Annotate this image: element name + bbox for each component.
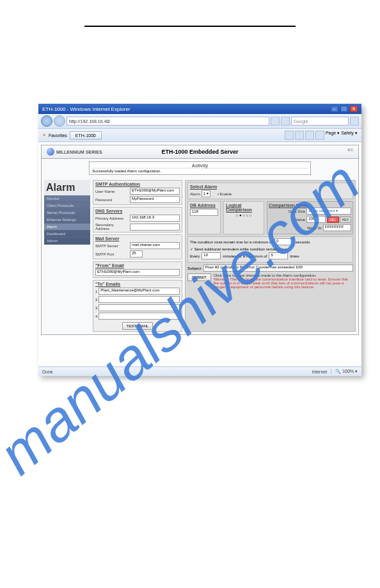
- search-go-icon[interactable]: [350, 117, 359, 126]
- back-button[interactable]: [41, 115, 52, 127]
- browser-tab[interactable]: ETH-1000: [70, 131, 102, 140]
- smtp-port-input[interactable]: 25: [130, 250, 143, 257]
- test-email-button[interactable]: TEST EMAIL: [122, 322, 154, 330]
- smtp-port-label: SMTP Port: [95, 252, 129, 256]
- reminders-checkbox[interactable]: ✓ Send additional reminders while condit…: [190, 247, 287, 251]
- window-title: ETH-1000 - Windows Internet Explorer: [42, 106, 130, 112]
- top-rule: [84, 26, 296, 27]
- address-bar[interactable]: http://192.168.16.40/: [67, 117, 269, 126]
- smtp-server-label: SMTP Server: [95, 244, 129, 248]
- screenshot-window: ETH-1000 - Windows Internet Explorer – □…: [38, 104, 361, 376]
- forward-button[interactable]: [54, 115, 65, 127]
- brand-logo: MILLENNIUM SERIES: [47, 148, 102, 156]
- hex-button[interactable]: HEX: [340, 216, 351, 223]
- sidebar-wrap: Alarm Monitor Client Protocols Server Pr…: [44, 180, 90, 332]
- page-menu[interactable]: Page ▾: [326, 131, 340, 140]
- primary-input[interactable]: 192.168.16.3: [130, 215, 180, 222]
- mask-input[interactable]: FFFFFFFF: [323, 224, 351, 231]
- every-input[interactable]: 10: [202, 252, 221, 259]
- globe-icon: [47, 148, 54, 156]
- nav-toolbar: http://192.168.16.40/ Google: [38, 114, 361, 129]
- mail-group: Mail Server SMTP Servermail.charter.com …: [93, 234, 182, 259]
- select-alarm-title: Select Alarm: [190, 184, 217, 189]
- from-input[interactable]: ETH1000@MyPlant.com: [95, 269, 180, 276]
- logic-radios[interactable]: ○ ● ○ ○ ○: [226, 213, 262, 217]
- condition-box: The condition must remain true for a min…: [187, 236, 353, 263]
- activity-box: Activity Successfully loaded Alarm confi…: [89, 161, 311, 175]
- sidebar-item-client[interactable]: Client Protocols: [44, 202, 90, 209]
- sidebar-title: Alarm: [44, 180, 90, 195]
- subject-label: Subject: [187, 266, 202, 270]
- status-zoom[interactable]: 🔍 100% ▾: [331, 369, 358, 374]
- sidebar-item-admin[interactable]: Admin: [44, 238, 90, 245]
- db-input[interactable]: 118: [190, 209, 218, 216]
- to-input-1[interactable]: Plant_Maintenance@MyPlant.com: [99, 288, 180, 295]
- status-done: Done: [42, 370, 53, 374]
- smtp-server-input[interactable]: mail.charter.com: [130, 242, 180, 249]
- cond-seconds-input[interactable]: 0: [274, 238, 294, 245]
- window-titlebar: ETH-1000 - Windows Internet Explorer – □…: [38, 104, 361, 114]
- safety-menu[interactable]: Safety ▾: [341, 131, 358, 140]
- submit-button[interactable]: SUBMIT: [187, 274, 211, 281]
- dns-title: DNS Servers: [95, 209, 180, 213]
- from-group: "From" Email ETH1000@MyPlant.com: [93, 261, 182, 278]
- smtp-title: SMTP Authentication: [95, 182, 180, 186]
- datasize-select[interactable]: 16-bit unsigned ▾: [306, 208, 351, 215]
- activity-message: Successfully loaded Alarm configuration.: [92, 169, 308, 173]
- status-internet: Internet: [312, 370, 327, 374]
- favorites-label[interactable]: Favorites: [49, 133, 67, 138]
- to-input-2[interactable]: [99, 296, 180, 303]
- db-title: DB Address: [190, 203, 218, 208]
- favorites-bar: ★ Favorites ETH-1000 Page ▾ Safety ▾: [38, 129, 361, 142]
- enable-checkbox[interactable]: ✓Enable: [217, 192, 232, 196]
- sidebar: Monitor Client Protocols Server Protocol…: [44, 195, 90, 245]
- search-box[interactable]: Google: [291, 117, 349, 126]
- alarm-label: Alarm: [190, 192, 200, 196]
- stop-icon[interactable]: [281, 117, 290, 126]
- activity-title: Activity: [92, 163, 308, 168]
- to-input-3[interactable]: [99, 304, 180, 311]
- mail-icon[interactable]: [305, 131, 314, 140]
- pass-input[interactable]: MyPassword: [130, 196, 180, 203]
- favorites-star-icon[interactable]: ★: [42, 133, 46, 138]
- secondary-input[interactable]: [130, 224, 180, 231]
- dec-button[interactable]: DEC: [327, 216, 339, 223]
- refresh-icon[interactable]: [271, 117, 280, 126]
- subject-input[interactable]: Floor #2 controller's RX Error Counter h…: [203, 265, 353, 272]
- user-label: User Name: [95, 190, 129, 193]
- maximize-button[interactable]: □: [340, 106, 348, 112]
- secondary-label: Secondary Address: [95, 223, 129, 231]
- comp-title: Comparison Value: [269, 203, 351, 208]
- max-input[interactable]: 5: [269, 252, 288, 259]
- sidebar-item-dashboard[interactable]: Dashboard: [44, 231, 90, 238]
- sidebar-item-server[interactable]: Server Protocols: [44, 209, 90, 216]
- to-title: "To" Emails: [95, 282, 180, 286]
- page-title: ETH-1000 Embedded Server: [161, 149, 238, 155]
- submit-warning: Click Here to save changes made to the A…: [214, 274, 353, 289]
- page-header: MILLENNIUM SERIES ETH-1000 Embedded Serv…: [42, 145, 358, 159]
- logic-title: Logical Comparison: [226, 203, 262, 212]
- from-title: "From" Email: [95, 263, 180, 268]
- browser-content: MILLENNIUM SERIES ETH-1000 Embedded Serv…: [38, 142, 361, 366]
- minimize-button[interactable]: –: [331, 106, 338, 112]
- dns-group: DNS Servers Primary Address192.168.16.3 …: [93, 207, 182, 233]
- icc-logo: ICC: [347, 148, 353, 152]
- to-group: "To" Emails 1Plant_Maintenance@MyPlant.c…: [93, 280, 182, 332]
- sidebar-item-ethernet[interactable]: Ethernet Settings: [44, 216, 90, 224]
- close-button[interactable]: ✕: [350, 106, 358, 112]
- print-icon[interactable]: [315, 131, 324, 140]
- to-input-4[interactable]: [99, 313, 180, 320]
- user-input[interactable]: ETH1000@MyPlant.com: [130, 188, 180, 195]
- mail-title: Mail Server: [95, 236, 180, 241]
- sidebar-item-alarm[interactable]: Alarm: [44, 224, 90, 231]
- comp-value-input[interactable]: 100: [306, 216, 326, 223]
- feeds-icon[interactable]: [295, 131, 304, 140]
- sidebar-item-monitor[interactable]: Monitor: [44, 195, 90, 202]
- smtp-auth-group: SMTP Authentication User NameETH1000@MyP…: [93, 180, 182, 205]
- alarm-select[interactable]: 1 ▾: [202, 190, 210, 197]
- pass-label: Password: [95, 198, 129, 202]
- primary-label: Primary Address: [95, 216, 129, 220]
- window-buttons: – □ ✕: [330, 106, 358, 112]
- home-icon[interactable]: [285, 131, 294, 140]
- status-bar: Done Internet 🔍 100% ▾: [38, 366, 361, 376]
